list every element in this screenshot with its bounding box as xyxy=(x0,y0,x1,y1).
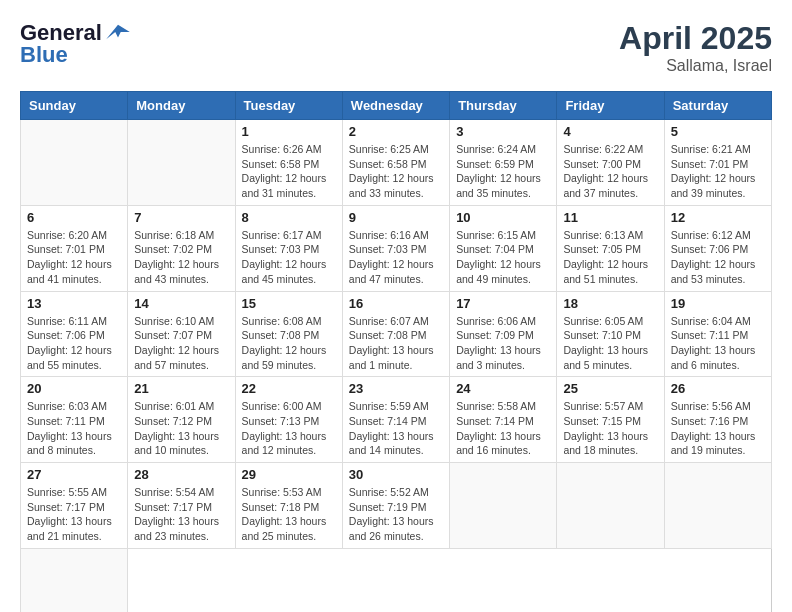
day-info: Sunrise: 6:05 AM Sunset: 7:10 PM Dayligh… xyxy=(563,314,657,373)
day-number: 18 xyxy=(563,296,657,311)
calendar-cell xyxy=(21,548,128,612)
day-info: Sunrise: 6:07 AM Sunset: 7:08 PM Dayligh… xyxy=(349,314,443,373)
day-info: Sunrise: 5:52 AM Sunset: 7:19 PM Dayligh… xyxy=(349,485,443,544)
title-block: April 2025 Sallama, Israel xyxy=(619,20,772,75)
header-monday: Monday xyxy=(128,92,235,120)
calendar-cell: 23Sunrise: 5:59 AM Sunset: 7:14 PM Dayli… xyxy=(342,377,449,463)
day-number: 20 xyxy=(27,381,121,396)
day-info: Sunrise: 6:22 AM Sunset: 7:00 PM Dayligh… xyxy=(563,142,657,201)
calendar-cell xyxy=(664,463,771,549)
calendar-cell: 17Sunrise: 6:06 AM Sunset: 7:09 PM Dayli… xyxy=(450,291,557,377)
calendar-cell: 13Sunrise: 6:11 AM Sunset: 7:06 PM Dayli… xyxy=(21,291,128,377)
calendar-cell xyxy=(21,120,128,206)
day-number: 16 xyxy=(349,296,443,311)
calendar-cell: 6Sunrise: 6:20 AM Sunset: 7:01 PM Daylig… xyxy=(21,205,128,291)
calendar-cell: 9Sunrise: 6:16 AM Sunset: 7:03 PM Daylig… xyxy=(342,205,449,291)
day-number: 29 xyxy=(242,467,336,482)
day-number: 19 xyxy=(671,296,765,311)
calendar-cell: 18Sunrise: 6:05 AM Sunset: 7:10 PM Dayli… xyxy=(557,291,664,377)
day-number: 22 xyxy=(242,381,336,396)
day-number: 27 xyxy=(27,467,121,482)
day-number: 9 xyxy=(349,210,443,225)
day-info: Sunrise: 6:17 AM Sunset: 7:03 PM Dayligh… xyxy=(242,228,336,287)
day-info: Sunrise: 6:13 AM Sunset: 7:05 PM Dayligh… xyxy=(563,228,657,287)
day-number: 10 xyxy=(456,210,550,225)
calendar-cell: 7Sunrise: 6:18 AM Sunset: 7:02 PM Daylig… xyxy=(128,205,235,291)
day-info: Sunrise: 6:08 AM Sunset: 7:08 PM Dayligh… xyxy=(242,314,336,373)
header-sunday: Sunday xyxy=(21,92,128,120)
month-title: April 2025 xyxy=(619,20,772,57)
day-info: Sunrise: 5:53 AM Sunset: 7:18 PM Dayligh… xyxy=(242,485,336,544)
day-info: Sunrise: 6:06 AM Sunset: 7:09 PM Dayligh… xyxy=(456,314,550,373)
day-info: Sunrise: 6:03 AM Sunset: 7:11 PM Dayligh… xyxy=(27,399,121,458)
day-number: 7 xyxy=(134,210,228,225)
calendar-cell: 19Sunrise: 6:04 AM Sunset: 7:11 PM Dayli… xyxy=(664,291,771,377)
calendar-table: Sunday Monday Tuesday Wednesday Thursday… xyxy=(20,91,772,612)
day-info: Sunrise: 6:11 AM Sunset: 7:06 PM Dayligh… xyxy=(27,314,121,373)
day-info: Sunrise: 6:24 AM Sunset: 6:59 PM Dayligh… xyxy=(456,142,550,201)
calendar-row: 27Sunrise: 5:55 AM Sunset: 7:17 PM Dayli… xyxy=(21,463,772,549)
calendar-cell: 3Sunrise: 6:24 AM Sunset: 6:59 PM Daylig… xyxy=(450,120,557,206)
logo: General Blue xyxy=(20,20,132,68)
calendar-cell: 16Sunrise: 6:07 AM Sunset: 7:08 PM Dayli… xyxy=(342,291,449,377)
day-number: 25 xyxy=(563,381,657,396)
day-number: 4 xyxy=(563,124,657,139)
day-number: 21 xyxy=(134,381,228,396)
calendar-cell xyxy=(557,463,664,549)
day-number: 2 xyxy=(349,124,443,139)
day-info: Sunrise: 6:21 AM Sunset: 7:01 PM Dayligh… xyxy=(671,142,765,201)
svg-marker-0 xyxy=(106,25,130,40)
day-info: Sunrise: 6:26 AM Sunset: 6:58 PM Dayligh… xyxy=(242,142,336,201)
calendar-cell: 11Sunrise: 6:13 AM Sunset: 7:05 PM Dayli… xyxy=(557,205,664,291)
day-number: 13 xyxy=(27,296,121,311)
calendar-cell xyxy=(450,463,557,549)
header-thursday: Thursday xyxy=(450,92,557,120)
day-number: 6 xyxy=(27,210,121,225)
weekday-header-row: Sunday Monday Tuesday Wednesday Thursday… xyxy=(21,92,772,120)
day-info: Sunrise: 6:12 AM Sunset: 7:06 PM Dayligh… xyxy=(671,228,765,287)
calendar-cell: 20Sunrise: 6:03 AM Sunset: 7:11 PM Dayli… xyxy=(21,377,128,463)
day-info: Sunrise: 6:16 AM Sunset: 7:03 PM Dayligh… xyxy=(349,228,443,287)
day-info: Sunrise: 6:10 AM Sunset: 7:07 PM Dayligh… xyxy=(134,314,228,373)
calendar-cell: 15Sunrise: 6:08 AM Sunset: 7:08 PM Dayli… xyxy=(235,291,342,377)
day-info: Sunrise: 6:01 AM Sunset: 7:12 PM Dayligh… xyxy=(134,399,228,458)
day-number: 17 xyxy=(456,296,550,311)
logo-blue-text: Blue xyxy=(20,42,68,68)
calendar-cell: 26Sunrise: 5:56 AM Sunset: 7:16 PM Dayli… xyxy=(664,377,771,463)
day-info: Sunrise: 5:55 AM Sunset: 7:17 PM Dayligh… xyxy=(27,485,121,544)
calendar-cell xyxy=(128,120,235,206)
calendar-row: 1Sunrise: 6:26 AM Sunset: 6:58 PM Daylig… xyxy=(21,120,772,206)
calendar-cell: 12Sunrise: 6:12 AM Sunset: 7:06 PM Dayli… xyxy=(664,205,771,291)
calendar-cell: 1Sunrise: 6:26 AM Sunset: 6:58 PM Daylig… xyxy=(235,120,342,206)
calendar-row: 13Sunrise: 6:11 AM Sunset: 7:06 PM Dayli… xyxy=(21,291,772,377)
calendar-cell: 28Sunrise: 5:54 AM Sunset: 7:17 PM Dayli… xyxy=(128,463,235,549)
calendar-cell: 2Sunrise: 6:25 AM Sunset: 6:58 PM Daylig… xyxy=(342,120,449,206)
calendar-cell: 22Sunrise: 6:00 AM Sunset: 7:13 PM Dayli… xyxy=(235,377,342,463)
day-info: Sunrise: 5:59 AM Sunset: 7:14 PM Dayligh… xyxy=(349,399,443,458)
day-info: Sunrise: 6:00 AM Sunset: 7:13 PM Dayligh… xyxy=(242,399,336,458)
day-number: 14 xyxy=(134,296,228,311)
day-number: 1 xyxy=(242,124,336,139)
day-info: Sunrise: 6:25 AM Sunset: 6:58 PM Dayligh… xyxy=(349,142,443,201)
calendar-cell: 21Sunrise: 6:01 AM Sunset: 7:12 PM Dayli… xyxy=(128,377,235,463)
header-tuesday: Tuesday xyxy=(235,92,342,120)
calendar-row: 20Sunrise: 6:03 AM Sunset: 7:11 PM Dayli… xyxy=(21,377,772,463)
day-info: Sunrise: 6:15 AM Sunset: 7:04 PM Dayligh… xyxy=(456,228,550,287)
header-wednesday: Wednesday xyxy=(342,92,449,120)
calendar-cell: 24Sunrise: 5:58 AM Sunset: 7:14 PM Dayli… xyxy=(450,377,557,463)
calendar-row xyxy=(21,548,772,612)
calendar-cell: 5Sunrise: 6:21 AM Sunset: 7:01 PM Daylig… xyxy=(664,120,771,206)
day-info: Sunrise: 6:04 AM Sunset: 7:11 PM Dayligh… xyxy=(671,314,765,373)
day-number: 12 xyxy=(671,210,765,225)
day-number: 5 xyxy=(671,124,765,139)
day-number: 11 xyxy=(563,210,657,225)
location-subtitle: Sallama, Israel xyxy=(619,57,772,75)
day-number: 3 xyxy=(456,124,550,139)
day-info: Sunrise: 5:56 AM Sunset: 7:16 PM Dayligh… xyxy=(671,399,765,458)
calendar-cell: 25Sunrise: 5:57 AM Sunset: 7:15 PM Dayli… xyxy=(557,377,664,463)
calendar-cell: 8Sunrise: 6:17 AM Sunset: 7:03 PM Daylig… xyxy=(235,205,342,291)
day-info: Sunrise: 6:20 AM Sunset: 7:01 PM Dayligh… xyxy=(27,228,121,287)
header-saturday: Saturday xyxy=(664,92,771,120)
calendar-cell: 30Sunrise: 5:52 AM Sunset: 7:19 PM Dayli… xyxy=(342,463,449,549)
day-number: 24 xyxy=(456,381,550,396)
